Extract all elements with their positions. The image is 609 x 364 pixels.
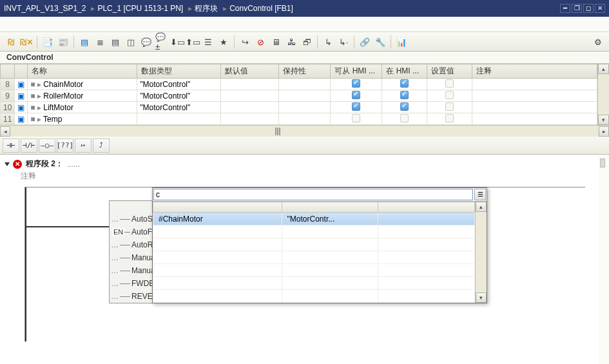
scroll-down-button[interactable]: ▾	[476, 292, 487, 303]
var-hmi-write[interactable]	[382, 102, 427, 113]
var-hmi-read[interactable]	[331, 79, 382, 90]
checkbox[interactable]	[352, 79, 360, 88]
col-retain[interactable]: 保持性	[279, 64, 331, 79]
breadcrumb-item[interactable]: INVT_APL_V13_SP1_2	[4, 4, 86, 13]
var-default[interactable]	[221, 113, 279, 125]
var-name[interactable]: ■ ▸ ChainMotor	[28, 79, 137, 90]
vartable-scrollbar-v[interactable]: ▴ ▾	[597, 64, 609, 125]
checkbox[interactable]	[445, 114, 454, 122]
toolbar-btn-21[interactable]: ↳·	[336, 35, 351, 49]
toolbar-btn-9[interactable]: 💬	[139, 35, 153, 49]
var-name[interactable]: ■ ▸ RollerMotor	[28, 90, 137, 102]
var-retain[interactable]	[279, 79, 331, 90]
autocomplete-item[interactable]: #ChainMotor "MotorContr...	[153, 213, 475, 225]
lad-contact-nc[interactable]: ⊣/⊢	[21, 139, 37, 153]
checkbox[interactable]	[352, 91, 360, 99]
checkbox[interactable]	[400, 114, 409, 122]
collapse-icon[interactable]	[5, 162, 10, 166]
var-comment[interactable]	[472, 79, 597, 90]
toolbar-btn-8[interactable]: ◫	[124, 35, 138, 49]
lad-box[interactable]: [??]	[57, 139, 73, 153]
minimize-button[interactable]: ━	[560, 4, 570, 13]
toolbar-btn-13[interactable]: ☰	[201, 35, 215, 49]
var-type[interactable]: "MotorControl"	[137, 102, 221, 113]
checkbox[interactable]	[400, 91, 409, 99]
toolbar-btn-12[interactable]: ⬆▭	[186, 35, 200, 49]
autocomplete-item[interactable]	[153, 251, 475, 264]
toolbar-btn-5[interactable]: ▤	[77, 35, 92, 49]
col-setv[interactable]: 设置值	[427, 64, 472, 79]
scroll-right-button[interactable]: ▸	[599, 126, 609, 137]
autocomplete-input[interactable]	[153, 189, 473, 200]
toolbar-btn-23[interactable]: 🔧	[373, 35, 387, 49]
var-default[interactable]	[221, 79, 279, 90]
var-retain[interactable]	[279, 113, 331, 125]
autocomplete-picker-button[interactable]: ☰	[474, 189, 486, 200]
var-hmi-read[interactable]	[331, 90, 382, 102]
ladder-diagram[interactable]: EN …AutoSw…AutoFW…AutoRE…Manua…Manua…FWD…	[24, 187, 585, 341]
autocomplete-item[interactable]	[153, 225, 475, 238]
var-name[interactable]: ■ ▸ Temp	[28, 113, 137, 125]
network-title[interactable]: 程序段 2：	[26, 158, 63, 169]
var-comment[interactable]	[472, 113, 597, 125]
checkbox[interactable]	[445, 91, 454, 99]
checkbox[interactable]	[352, 102, 360, 111]
autocomplete-item[interactable]	[153, 277, 475, 290]
table-row[interactable]: 9▣■ ▸ RollerMotor"MotorControl"	[1, 90, 597, 102]
close-button[interactable]: ✕	[595, 4, 605, 13]
toolbar-btn-10[interactable]: 💬±	[155, 35, 169, 49]
checkbox[interactable]	[445, 102, 454, 111]
breadcrumb-item[interactable]: ConvControl [FB1]	[229, 4, 293, 13]
maximize-button[interactable]: ◻	[583, 4, 594, 13]
scroll-up-button[interactable]: ▴	[476, 202, 487, 212]
var-retain[interactable]	[279, 90, 331, 102]
toolbar-btn-2[interactable]: ₪✕	[19, 35, 34, 49]
var-setvalue[interactable]	[427, 113, 472, 125]
table-row[interactable]: 10▣■ ▸ LiftMotor"MotorControl"	[1, 102, 597, 113]
toolbar-btn-3[interactable]: 📑	[41, 35, 55, 49]
scroll-left-button[interactable]: ◂	[0, 126, 10, 137]
toolbar-btn-20[interactable]: ↳	[321, 35, 335, 49]
checkbox[interactable]	[352, 114, 360, 122]
col-name[interactable]: 名称	[28, 64, 137, 79]
var-hmi-read[interactable]	[331, 113, 382, 125]
restore-button[interactable]: ❐	[572, 4, 582, 13]
autocomplete-item[interactable]	[153, 290, 475, 303]
var-type[interactable]	[137, 113, 221, 125]
toolbar-btn-1[interactable]: ₪	[4, 35, 18, 49]
col-comment[interactable]: 注释	[472, 64, 597, 79]
toolbar-btn-24[interactable]: 📊	[394, 35, 409, 49]
network-comment[interactable]: 注释	[21, 171, 604, 182]
var-hmi-write[interactable]	[382, 79, 427, 90]
var-hmi-write[interactable]	[382, 113, 427, 125]
breadcrumb-item[interactable]: 程序块	[195, 3, 218, 14]
breadcrumb-item[interactable]: PLC_1 [CPU 1513-1 PN]	[97, 4, 183, 13]
var-type[interactable]: "MotorControl"	[137, 90, 221, 102]
table-row[interactable]: 11▣■ ▸ Temp	[1, 113, 597, 125]
table-row[interactable]: 8▣■ ▸ ChainMotor"MotorControl"	[1, 79, 597, 90]
toolbar-btn-18[interactable]: 🖧	[284, 35, 298, 49]
toolbar-btn-15[interactable]: ↪	[238, 35, 252, 49]
var-name[interactable]: ■ ▸ LiftMotor	[28, 102, 137, 113]
col-hmi2[interactable]: 在 HMI ...	[382, 64, 427, 79]
col-hmi1[interactable]: 可从 HMI ...	[331, 64, 382, 79]
editor-scrollbar[interactable]	[599, 155, 609, 364]
autocomplete-item[interactable]	[153, 238, 475, 251]
autocomplete-item[interactable]	[153, 264, 475, 277]
var-type[interactable]: "MotorControl"	[137, 79, 221, 90]
scroll-up-button[interactable]: ▴	[598, 64, 609, 74]
scroll-track[interactable]	[10, 126, 599, 137]
var-comment[interactable]	[472, 90, 597, 102]
scroll-down-button[interactable]: ▾	[598, 115, 609, 125]
var-default[interactable]	[221, 102, 279, 113]
var-hmi-read[interactable]	[331, 102, 382, 113]
var-setvalue[interactable]	[427, 79, 472, 90]
checkbox[interactable]	[400, 102, 409, 111]
toolbar-btn-11[interactable]: ⬇▭	[170, 35, 184, 49]
var-hmi-write[interactable]	[382, 90, 427, 102]
var-retain[interactable]	[279, 102, 331, 113]
toolbar-btn-16[interactable]: ⊘	[253, 35, 267, 49]
toolbar-btn-22[interactable]: 🔗	[358, 35, 372, 49]
var-default[interactable]	[221, 90, 279, 102]
checkbox[interactable]	[400, 79, 409, 88]
